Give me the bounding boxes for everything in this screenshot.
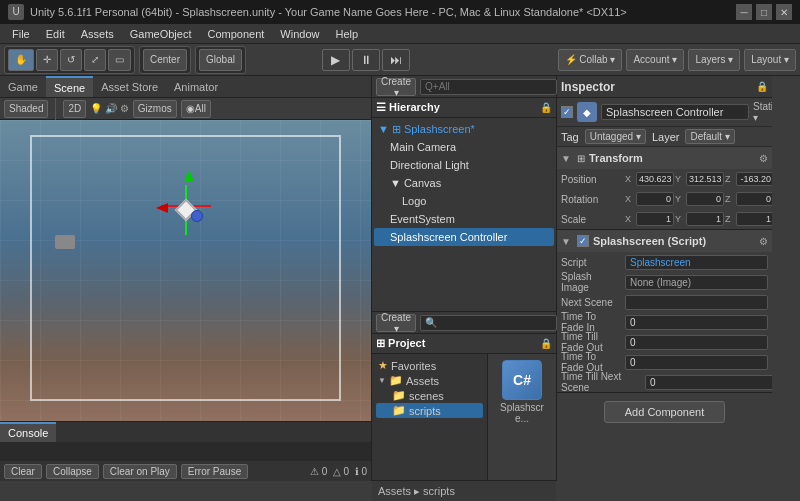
tab-game[interactable]: Game [0,76,46,97]
layer-dropdown[interactable]: Default ▾ [685,129,734,144]
rect-tool-button[interactable]: ▭ [108,49,131,71]
next-scene-field[interactable] [625,295,768,310]
pause-button[interactable]: ⏸ [352,49,380,71]
folder-favorites[interactable]: ★ Favorites [376,358,483,373]
inspector-panel: Inspector 🔒 ✓ ◆ Static ▾ Tag Untagged ▾ … [557,76,772,481]
add-component-button[interactable]: Add Component [604,401,726,423]
breadcrumb-text: Assets ▸ scripts [378,485,455,498]
scale-tool-button[interactable]: ⤢ [84,49,106,71]
collapse-button[interactable]: Collapse [46,464,99,479]
active-checkbox[interactable]: ✓ [561,106,573,118]
hierarchy-item-canvas[interactable]: ▼ Canvas [374,174,554,192]
project-panel: Create ▾ ◀ ▶ 🔒 ⊞ Project 🔒 ★ Favorites [372,311,556,481]
clear-on-play-button[interactable]: Clear on Play [103,464,177,479]
project-create-button[interactable]: Create ▾ [376,314,416,332]
scale-z-label: Z [725,214,735,224]
rotate-tool-button[interactable]: ↺ [60,49,82,71]
animator-tab-label: Animator [174,81,218,93]
script-field[interactable]: Splashscreen [625,255,768,270]
close-button[interactable]: ✕ [776,4,792,20]
transform-settings-icon[interactable]: ⚙ [759,153,768,164]
scripts-folder-icon: 📁 [392,404,406,417]
menu-assets[interactable]: Assets [73,26,122,42]
step-button[interactable]: ⏭ [382,49,410,71]
project-item-splashscreen[interactable]: C# Splashscre... [492,358,552,426]
tag-dropdown[interactable]: Untagged ▾ [585,129,646,144]
center-button[interactable]: Center [143,49,187,71]
scene-view[interactable] [0,120,371,421]
hierarchy-item-main-camera[interactable]: Main Camera [374,138,554,156]
hierarchy-item-splashscreen-controller[interactable]: Splashscreen Controller [374,228,554,246]
folder-assets[interactable]: ▼ 📁 Assets [376,373,483,388]
sep1 [55,98,56,120]
hierarchy-create-button[interactable]: Create ▾ [376,78,416,96]
rot-x-label: X [625,194,635,204]
hierarchy-item-splashscreen[interactable]: ▼ ⊞ Splashscreen* [374,120,554,138]
menu-edit[interactable]: Edit [38,26,73,42]
hierarchy-item-logo[interactable]: Logo [374,192,554,210]
layers-dropdown[interactable]: Layers ▾ [688,49,740,71]
shaded-dropdown[interactable]: Shaded [4,100,48,118]
folder-scripts[interactable]: 📁 scripts [376,403,483,418]
time-fade-in-field[interactable] [625,315,768,330]
game-tab-label: Game [8,81,38,93]
canvas-expand-icon: ▼ [390,177,401,189]
time-till-next-field[interactable] [645,375,772,390]
folder-scenes[interactable]: 📁 scenes [376,388,483,403]
hierarchy-item-eventsystem[interactable]: EventSystem [374,210,554,228]
play-button[interactable]: ▶ [322,49,350,71]
global-button[interactable]: Global [199,49,242,71]
tab-asset-store[interactable]: Asset Store [93,76,166,97]
time-to-fade-out-field[interactable] [625,355,768,370]
inspector-header: Inspector 🔒 [557,76,772,98]
script-settings-icon[interactable]: ⚙ [759,236,768,247]
console-content [0,442,371,461]
move-tool-button[interactable]: ✛ [36,49,58,71]
scale-z-input[interactable] [736,212,772,226]
minimize-button[interactable]: ─ [736,4,752,20]
hand-tool-button[interactable]: ✋ [8,49,34,71]
gizmos-button[interactable]: Gizmos [133,100,177,118]
all-button[interactable]: ◉All [181,100,211,118]
project-search-input[interactable] [420,315,557,331]
scale-x-input[interactable] [636,212,674,226]
tab-console[interactable]: Console [0,422,56,442]
tab-scene[interactable]: Scene [46,76,93,97]
scale-y-input[interactable] [686,212,724,226]
static-label[interactable]: Static ▾ [753,101,772,123]
main-content: Game Scene Asset Store Animator Shaded 2… [0,76,800,481]
tab-animator[interactable]: Animator [166,76,226,97]
splash-image-field[interactable]: None (Image) [625,275,768,290]
2d-button[interactable]: 2D [63,100,86,118]
pos-z-input[interactable] [736,172,772,186]
pivot-group: Center [139,46,191,74]
account-dropdown[interactable]: Account ▾ [626,49,684,71]
inspector-obj-row: ✓ ◆ Static ▾ [557,98,772,127]
hierarchy-search-input[interactable] [420,79,557,95]
menu-gameobject[interactable]: GameObject [122,26,200,42]
pos-y-input[interactable] [686,172,724,186]
menu-window[interactable]: Window [272,26,327,42]
script-enable-checkbox[interactable]: ✓ [577,235,589,247]
hierarchy-tab-header: ☰ Hierarchy 🔒 [372,98,556,118]
maximize-button[interactable]: □ [756,4,772,20]
clear-button[interactable]: Clear [4,464,42,479]
menu-file[interactable]: File [4,26,38,42]
pos-x-input[interactable] [636,172,674,186]
transform-header[interactable]: ▼ ⊞ Transform ⚙ [557,147,772,169]
layout-dropdown[interactable]: Layout ▾ [744,49,796,71]
object-name-field[interactable] [601,104,749,120]
menu-component[interactable]: Component [199,26,272,42]
scene-icons: 💡 🔊 ⚙ [90,103,129,114]
rot-z-input[interactable] [736,192,772,206]
hierarchy-item-directional-light[interactable]: Directional Light [374,156,554,174]
error-pause-button[interactable]: Error Pause [181,464,248,479]
menu-help[interactable]: Help [327,26,366,42]
time-fade-in-label: Time To Fade In [561,311,621,333]
collab-button[interactable]: ⚡ Collab ▾ [558,49,623,71]
script-header[interactable]: ▼ ✓ Splashscreen (Script) ⚙ [557,230,772,252]
time-till-fade-out-field[interactable] [625,335,768,350]
rot-y-input[interactable] [686,192,724,206]
console-tab-label: Console [8,427,48,439]
rot-x-input[interactable] [636,192,674,206]
